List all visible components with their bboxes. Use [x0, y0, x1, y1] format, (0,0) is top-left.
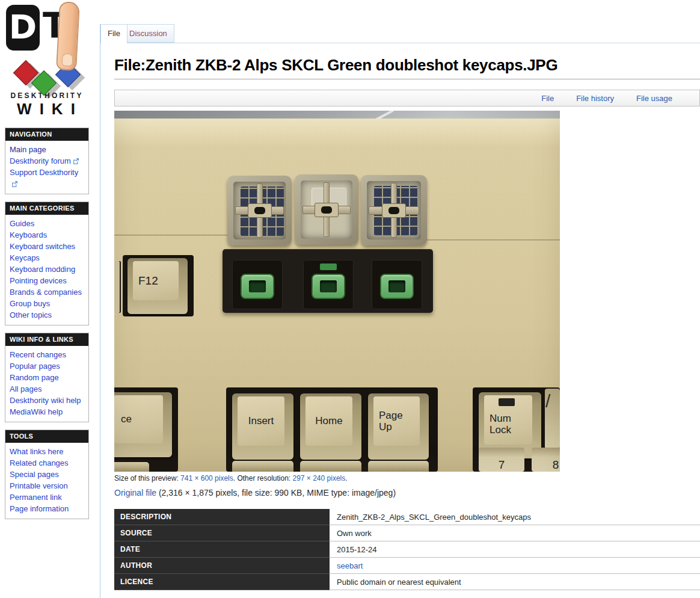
logo-d-badge: D [6, 5, 40, 51]
sidebar-item-related-changes[interactable]: Related changes [10, 457, 84, 469]
partial-key-edge [114, 261, 120, 313]
author-link[interactable]: seebart [337, 561, 363, 570]
sidebar-item-page-information[interactable]: Page information [10, 503, 84, 514]
row-label: AUTHOR [114, 558, 330, 574]
file-metadata-table: DESCRIPTION Zenith_ZKB-2_Alps_SKCL_Green… [114, 509, 700, 590]
sidebar-item-brands-companies[interactable]: Brands & companies [10, 286, 84, 298]
sidebar-section-title: MAIN CATEGORIES [5, 202, 88, 215]
sidebar-item-mediawiki-help[interactable]: MediaWiki help [10, 406, 84, 418]
sidebar-item-deskthority-forum[interactable]: Deskthority forum [10, 155, 84, 167]
desk-surface [114, 111, 560, 119]
key-insert: Insert [232, 393, 293, 460]
partial-key-top [300, 461, 361, 472]
upturned-keycap-2 [295, 174, 358, 245]
sidebar-item-random-page[interactable]: Random page [10, 372, 84, 383]
alps-green-switch-1 [232, 260, 283, 309]
upturned-keycap-3 [361, 175, 427, 245]
sidebar-section-tools: TOOLS What links here Related changes Sp… [5, 430, 89, 519]
original-file-details: (2,316 × 1,875 pixels, file size: 990 KB… [156, 488, 396, 498]
finger-icon [56, 1, 80, 71]
page-title: File:Zenith ZKB-2 Alps SKCL Green double… [114, 56, 700, 79]
preview-size-line: Size of this preview: 741 × 600 pixels. … [114, 474, 700, 482]
sidebar-item-keycaps[interactable]: Keycaps [10, 252, 84, 264]
num-lock-led [499, 398, 515, 406]
sidebar-item-guides[interactable]: Guides [10, 218, 84, 229]
sidebar-item-printable-version[interactable]: Printable version [10, 480, 84, 492]
row-value: Zenith_ZKB-2_Alps_SKCL_Green_doubleshot_… [330, 509, 700, 525]
other-resolution-link[interactable]: 297 × 240 pixels [293, 474, 346, 482]
sidebar-section-title: NAVIGATION [5, 128, 88, 141]
switch-bay [223, 249, 433, 313]
original-file-line: Original file (2,316 × 1,875 pixels, fil… [114, 488, 700, 498]
sidebar-section-title: WIKI INFO & LINKS [5, 333, 88, 346]
tab-underline [100, 43, 700, 43]
keyboard-case-highlight [114, 119, 560, 146]
table-row: DESCRIPTION Zenith_ZKB-2_Alps_SKCL_Green… [114, 509, 700, 525]
case-seam-left [114, 235, 229, 236]
sidebar-item-other-topics[interactable]: Other topics [10, 309, 84, 321]
preview-prefix: Size of this preview: [114, 474, 180, 482]
key-backspace-partial: ce [114, 392, 172, 457]
sidebar-item-main-page[interactable]: Main page [10, 144, 84, 155]
preview-suffix: . [345, 474, 347, 482]
alps-green-switch-3 [372, 260, 422, 309]
logo-wiki-text: WIKI [5, 100, 89, 119]
preview-resolution-link[interactable]: 741 × 600 pixels [180, 474, 233, 482]
row-label: LICENCE [114, 574, 330, 590]
key-numpad-7: 7 [479, 448, 524, 472]
table-row: AUTHOR seebart [114, 558, 700, 574]
external-link-icon [73, 158, 79, 164]
sidebar-item-support-deskthority[interactable]: Support Deskthority [10, 167, 84, 190]
partial-key-top [232, 461, 293, 472]
sidebar-item-all-pages[interactable]: All pages [10, 383, 84, 395]
tab-discussion[interactable]: Discussion [122, 24, 174, 43]
sidebar-item-popular-pages[interactable]: Popular pages [10, 360, 84, 372]
file-page-nav: File File history File usage [114, 90, 700, 106]
file-preview-image[interactable]: F12 ce Insert Home Page Up Num Lock / [114, 111, 560, 472]
sidebar-item-keyboard-modding[interactable]: Keyboard modding [10, 264, 84, 275]
key-f12: F12 [127, 258, 188, 314]
deskthority-wiki-logo[interactable]: D T DESKTHORITY WIKI [5, 4, 89, 123]
sidebar-item-keyboard-switches[interactable]: Keyboard switches [10, 241, 84, 252]
sidebar-item-permanent-link[interactable]: Permanent link [10, 492, 84, 503]
key-slash-partial: / [545, 389, 560, 449]
sidebar: D T DESKTHORITY WIKI NAVIGATION Main pag… [5, 4, 89, 526]
key-home: Home [300, 393, 361, 460]
table-row: SOURCE Own work [114, 525, 700, 541]
file-nav-file-usage[interactable]: File usage [636, 94, 672, 103]
page-tabs: File Discussion [100, 24, 700, 43]
original-file-link[interactable]: Original file [114, 488, 156, 498]
row-value: seebart [330, 558, 700, 574]
key-page-up: Page Up [368, 393, 429, 460]
alps-green-switch-2 [303, 260, 354, 309]
sidebar-item-recent-changes[interactable]: Recent changes [10, 349, 84, 360]
partial-key-top [368, 461, 429, 472]
partial-key-top [114, 462, 149, 472]
sidebar-section-wiki-info: WIKI INFO & LINKS Recent changes Popular… [5, 333, 89, 422]
row-value: 2015-12-24 [330, 541, 700, 558]
row-value: Own work [330, 525, 700, 541]
file-nav-file[interactable]: File [541, 94, 554, 103]
sidebar-item-what-links-here[interactable]: What links here [10, 446, 84, 457]
sidebar-item-deskthority-wiki-help[interactable]: Deskthority wiki help [10, 395, 84, 406]
external-link-icon [11, 180, 18, 187]
row-label: SOURCE [114, 525, 330, 541]
tab-file[interactable]: File [100, 24, 127, 43]
sidebar-section-main-categories: MAIN CATEGORIES Guides Keyboards Keyboar… [5, 202, 89, 325]
sidebar-section-navigation: NAVIGATION Main page Deskthority forum S… [5, 128, 89, 194]
row-value: Public domain or nearest equivalent [330, 574, 700, 590]
file-nav-file-history[interactable]: File history [576, 94, 614, 103]
sidebar-section-title: TOOLS [5, 430, 88, 443]
main-content: File Discussion File:Zenith ZKB-2 Alps S… [100, 0, 700, 590]
preview-middle: . Other resolution: [233, 474, 293, 482]
row-label: DESCRIPTION [114, 509, 330, 525]
upturned-keycap-1 [227, 176, 292, 245]
sidebar-item-pointing-devices[interactable]: Pointing devices [10, 275, 84, 286]
key-numpad-8-partial: 8 [532, 448, 560, 472]
case-seam-right [426, 239, 560, 241]
table-row: DATE 2015-12-24 [114, 541, 700, 558]
sidebar-item-keyboards[interactable]: Keyboards [10, 229, 84, 241]
sidebar-item-group-buys[interactable]: Group buys [10, 298, 84, 309]
sidebar-item-special-pages[interactable]: Special pages [10, 469, 84, 480]
row-label: DATE [114, 541, 330, 558]
